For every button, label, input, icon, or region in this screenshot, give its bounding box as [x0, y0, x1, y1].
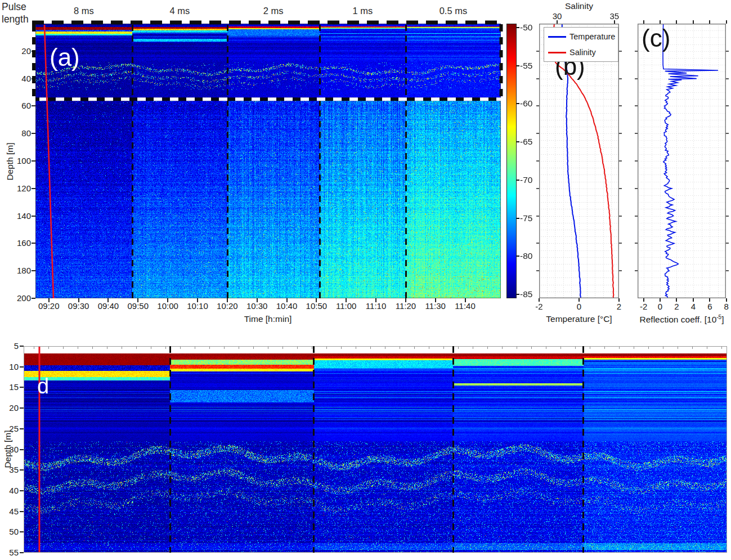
panel-a-label: (a) — [50, 45, 80, 70]
panel-b-x-tick-label: 0 — [568, 302, 590, 312]
colorbar-tick-mark — [517, 141, 519, 142]
panel-d-y-tick-label: 45 — [2, 507, 19, 517]
panel-d-y-tick-label: 40 — [2, 486, 19, 496]
panel-b-y-tick-mark — [619, 243, 622, 244]
panel-a-x-tick-label: 10:00 — [151, 301, 185, 311]
panel-b-y-tick-mark — [619, 51, 622, 52]
panel-c-y-tick-mark — [726, 270, 729, 271]
panel-c-top-tick-mark — [726, 20, 727, 24]
panel-b-xlabel: Temperature [°C] — [531, 314, 627, 324]
panel-b-top-tick-mark — [614, 20, 615, 24]
panel-a-x-tick-label: 09:50 — [121, 301, 155, 311]
panel-c-top-tick-mark — [693, 20, 694, 24]
panel-b-y-tick-mark — [619, 270, 622, 271]
panel-c-y-tick-mark — [726, 78, 729, 79]
figure: Pulse length (a) (b) (c) d Depth [m] Tim… — [0, 0, 731, 560]
panel-d-y-tick-mark — [20, 511, 24, 512]
panel-c-y-tick-mark — [635, 160, 638, 162]
panel-a-y-tick-mark — [32, 160, 35, 162]
panel-b-y-tick-mark — [536, 51, 539, 52]
panel-a-x-tick-label: 09:40 — [91, 301, 125, 311]
panel-b-top-tick-mark — [557, 20, 558, 24]
panel-a-y-tick-label: 100 — [10, 156, 31, 166]
panel-d-y-tick-label: 10 — [2, 362, 19, 372]
colorbar-tick-label: -55 — [520, 61, 544, 71]
panel-c-x-tick-mark — [726, 298, 727, 302]
panel-a-x-tick-mark — [167, 298, 168, 302]
panel-c-x-tick-mark — [676, 298, 677, 302]
panel-a-x-tick-label: 09:30 — [62, 301, 96, 311]
panel-a-x-tick-label: 11:30 — [419, 301, 452, 311]
colorbar-tick-mark — [517, 103, 519, 104]
panel-d-y-tick-mark — [20, 490, 24, 491]
panel-d-y-tick-label: 35 — [2, 465, 19, 475]
panel-c-xlabel-post: ] — [721, 315, 724, 324]
panel-d-y-tick-label: 30 — [2, 445, 19, 455]
panel-d-y-tick-mark — [20, 428, 24, 429]
colorbar-tick-mark — [517, 294, 519, 295]
panel-a-y-tick-mark — [32, 243, 35, 244]
panel-a-x-tick-mark — [48, 298, 50, 302]
temperature-salinity-legend: TemperatureSalinity — [544, 27, 618, 62]
reflection-coefficient-plot — [638, 24, 726, 298]
panel-c-y-tick-mark — [635, 270, 638, 271]
panel-c-x-tick-mark — [660, 298, 661, 302]
pulse-length-label: 8 ms — [59, 6, 109, 16]
panel-a-x-tick-label: 11:20 — [389, 301, 423, 311]
panel-d-label: d — [37, 374, 49, 398]
colorbar-tick-label: -80 — [520, 251, 544, 261]
panel-a-y-tick-mark — [32, 105, 35, 106]
panel-b-y-tick-mark — [619, 133, 622, 134]
panel-a-x-tick-label: 11:10 — [359, 301, 393, 311]
panel-c-top-tick-mark — [643, 20, 644, 24]
panel-b-y-tick-mark — [536, 160, 539, 162]
panel-a-y-tick-mark — [32, 133, 35, 134]
panel-d-y-tick-label: 20 — [2, 403, 19, 413]
colorbar-tick-mark — [517, 256, 519, 257]
panel-c-xlabel-pre: Reflection coeff. [10 — [640, 315, 717, 324]
panel-b-top-title: Salinity — [551, 1, 607, 11]
panel-b-y-tick-mark — [536, 133, 539, 134]
panel-a-x-tick-mark — [316, 298, 317, 302]
panel-a-x-tick-mark — [78, 298, 79, 302]
panel-d-y-tick-label: 25 — [2, 424, 19, 434]
panel-b-y-tick-mark — [536, 216, 539, 217]
legend-line-swatch — [548, 36, 566, 38]
panel-c-y-tick-mark — [726, 133, 729, 134]
legend-label: Salinity — [569, 48, 596, 57]
panel-b-y-tick-mark — [619, 160, 622, 162]
panel-b-x-tick-mark — [539, 298, 540, 302]
legend-label: Temperature — [569, 32, 615, 41]
panel-d-y-tick-mark — [20, 387, 24, 388]
panel-c-x-tick-mark — [693, 298, 694, 302]
panel-a-y-tick-label: 120 — [10, 183, 31, 194]
colorbar-tick-mark — [517, 27, 519, 28]
zoom-echogram-heatmap — [24, 346, 727, 553]
panel-b-x-tick-label: 2 — [608, 302, 630, 312]
panel-a-y-tick-label: 160 — [10, 238, 31, 248]
panel-a-x-tick-mark — [375, 298, 376, 302]
panel-d-y-tick-label: 50 — [2, 527, 19, 537]
legend-line-swatch — [548, 52, 566, 53]
panel-d-y-tick-label: 55 — [2, 548, 19, 558]
panel-c-xlabel-sup: -5 — [716, 314, 721, 320]
panel-c-x-tick-mark — [643, 298, 644, 302]
pulse-length-label: 2 ms — [248, 6, 299, 16]
panel-a-xlabel: Time [h:min] — [212, 314, 324, 324]
panel-a-x-tick-mark — [405, 298, 406, 302]
panel-a-x-tick-label: 10:10 — [181, 301, 214, 311]
panel-c-xlabel: Reflection coeff. [10-5] — [618, 314, 731, 325]
panel-b-x-tick-mark — [618, 298, 620, 302]
panel-b-x-tick-label: -2 — [528, 302, 550, 312]
panel-b-y-tick-mark — [619, 105, 622, 106]
pulse-length-label: 0.5 ms — [428, 6, 478, 16]
panel-c-y-tick-mark — [726, 243, 729, 244]
colorbar-tick-mark — [517, 65, 519, 66]
panel-a-y-tick-label: 140 — [10, 211, 31, 221]
legend-row: Salinity — [544, 48, 618, 57]
panel-c-y-tick-mark — [635, 51, 638, 52]
panel-d-y-tick-mark — [20, 469, 24, 471]
panel-d-y-tick-label: 15 — [2, 382, 19, 392]
panel-a-y-tick-mark — [32, 298, 35, 299]
panel-a-x-tick-mark — [435, 298, 436, 302]
